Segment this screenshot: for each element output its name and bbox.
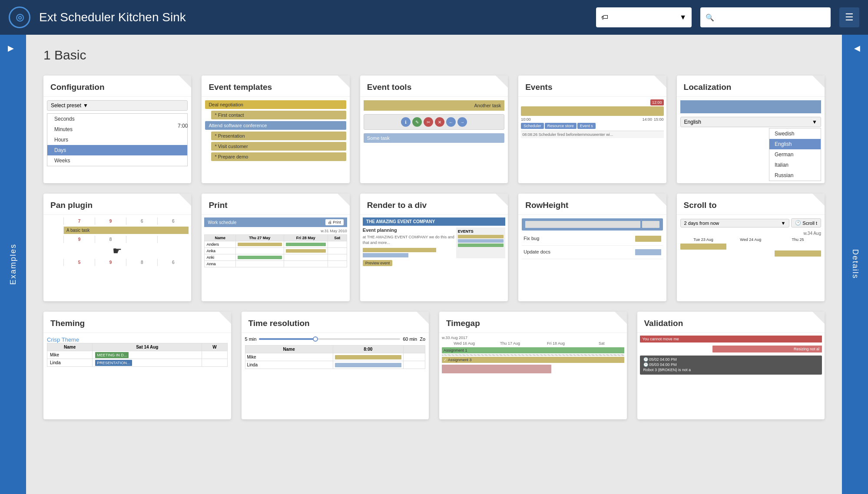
print-name-anders: Anders [205, 241, 236, 248]
card-fold [812, 76, 825, 88]
events-tab-event-s[interactable]: Event s [577, 123, 596, 129]
event-templates-card: Event templates Deal negotiation * First… [202, 76, 349, 183]
scroll-to-card-title: Scroll to [677, 194, 825, 214]
config-menu-days[interactable]: Days [47, 145, 187, 155]
scroll-days-dropdown[interactable]: 2 days from now ▼ [680, 219, 790, 227]
pan-num-9b: 9 [64, 236, 95, 243]
events-tab-resource[interactable]: Resource store [545, 123, 576, 129]
edit-icon[interactable]: ✎ [412, 117, 422, 127]
table-row: Mike MEETING IN D... [47, 351, 228, 359]
config-preset-dropdown[interactable]: Select preset ▼ [47, 100, 188, 111]
rowheight-row-1: Fix bug [522, 232, 663, 246]
section-title: 1 Basic [43, 48, 825, 63]
time-resolution-slider[interactable] [259, 338, 400, 340]
localization-lang-dropdown[interactable]: English ▼ [680, 117, 821, 127]
card-fold [812, 194, 825, 206]
app-title: Ext Scheduler Kitchen Sink [39, 10, 587, 24]
pan-num-9c: 9 [95, 259, 126, 266]
config-dropdown-arrow: ▼ [83, 102, 88, 109]
print-anka-bar [286, 249, 326, 253]
print-name-anka: Anka [205, 248, 236, 254]
arrow-left-icon[interactable]: ← [446, 117, 456, 127]
pan-num-6c: 6 [158, 259, 189, 266]
valid-tooltip-line-1: 🕐 05/02 04:00 PM [643, 357, 819, 362]
config-menu-hours[interactable]: Hours [47, 135, 187, 145]
event-templates-card-title: Event templates [202, 76, 349, 96]
tag-filter-dropdown[interactable]: 🏷 ▼ [596, 7, 692, 27]
card-fold [219, 312, 231, 324]
header: ◎ Ext Scheduler Kitchen Sink 🏷 ▼ 🔍 ☰ [0, 0, 868, 35]
render-preview-event-btn[interactable]: Preview event [363, 260, 393, 266]
render-event-bar-3 [458, 244, 504, 247]
events-card: Events 12:00 10:00 14:00 15:00 Scheduler… [518, 76, 666, 183]
scroll-controls: 2 days from now ▼ 🕐 Scroll t [680, 218, 821, 227]
theme-name-linda: Linda [47, 359, 93, 367]
render-event-bar-2 [458, 239, 504, 243]
search-input[interactable] [718, 13, 825, 21]
pan-num-6a: 6 [126, 217, 157, 225]
lang-english[interactable]: English [769, 139, 821, 149]
render-company-header: THE AMAZING EVENT COMPANY [363, 217, 505, 226]
time-resolution-card-preview: 5 min 60 min Zo Name 8:00 [242, 333, 429, 419]
render-to-div-card-preview: THE AMAZING EVENT COMPANY Event planning… [360, 214, 508, 301]
lang-german[interactable]: German [769, 149, 821, 160]
localization-card-title: Localization [677, 76, 825, 96]
events-time4: 15:00 [654, 117, 664, 122]
menu-button[interactable]: ☰ [839, 7, 859, 27]
print-button[interactable]: 🖨 Print [325, 219, 344, 225]
cards-row-1: Configuration Select preset ▼ Seconds Mi… [43, 76, 825, 183]
rowheight-label-update-docs: Update docs [523, 249, 631, 255]
config-menu-weeks[interactable]: Weeks [47, 155, 187, 166]
events-time3: 14:00 [643, 117, 653, 122]
config-dropdown-label: Select preset [51, 102, 81, 109]
timeres-bar-mike [335, 355, 401, 359]
another-task-bar: Another task [364, 100, 504, 111]
arrow-right-icon[interactable]: → [457, 117, 467, 127]
info-icon[interactable]: ℹ [401, 117, 411, 127]
print-card-preview: Work schedule 🖨 Print w.31 May 2010 Name… [202, 214, 349, 301]
scroll-now-button[interactable]: 🕐 Scroll t [791, 218, 821, 227]
scissors-icon[interactable]: ✂ [424, 117, 433, 127]
card-fold [496, 76, 508, 88]
delete-icon[interactable]: ✕ [435, 117, 444, 127]
rowheight-bar-fix-bug [635, 236, 661, 242]
left-sidebar[interactable]: ▶ Examples [0, 35, 26, 494]
lang-swedish[interactable]: Swedish [769, 128, 821, 139]
config-menu-seconds[interactable]: Seconds [47, 114, 187, 124]
lang-italian[interactable]: Italian [769, 160, 821, 170]
lang-russian[interactable]: Russian [769, 170, 821, 181]
rowheight-card-preview: Fix bug Update docs [518, 214, 666, 301]
print-col-sat: Sat [328, 235, 347, 241]
card-fold [496, 194, 508, 206]
card-fold [615, 312, 627, 324]
events-log: 08:08:26 Scheduler fired beforeitemmouse… [521, 131, 663, 138]
event-tools-card-preview: Another task ℹ ✎ ✂ ✕ ← → Some task [360, 96, 508, 183]
event-bar-visit: * Visit customer [211, 142, 346, 151]
table-row: Linda [245, 361, 425, 369]
config-time-label: 7:00 [178, 123, 188, 129]
scroll-dropdown-arrow: ▼ [781, 221, 785, 226]
pan-plugin-card-title: Pan plugin [43, 194, 191, 214]
scroll-event-bar-1 [680, 244, 727, 250]
timegap-date-wed: Wed 16 Aug [442, 341, 487, 346]
configuration-card: Configuration Select preset ▼ Seconds Mi… [43, 76, 191, 183]
card-fold [654, 76, 666, 88]
valid-bar-cannot-move: You cannot move me [640, 336, 822, 343]
timegap-assignment-2 [442, 354, 624, 356]
timegap-card: Timegap w.33 Aug 2017 Wed 16 Aug Thu 17 … [439, 312, 627, 419]
timeres-bar-linda [335, 363, 401, 367]
timeres-max-label: 60 min [403, 336, 417, 342]
pan-num-8a: 8 [95, 236, 126, 243]
print-work-schedule-label: Work schedule [208, 220, 236, 225]
events-tabs: Scheduler Resource store Event s [521, 123, 663, 129]
config-menu-minutes[interactable]: Minutes [47, 124, 187, 135]
events-tab-scheduler[interactable]: Scheduler [521, 123, 544, 129]
crisp-theme-link[interactable]: Crisp Theme [47, 336, 79, 343]
right-sidebar[interactable]: ◀ Details [842, 35, 868, 494]
validation-card-title: Validation [637, 312, 825, 333]
events-time1: 12:00 [650, 99, 664, 105]
scroll-dates-row: Tue 23 Aug Wed 24 Aug Thu 25 [680, 237, 821, 242]
timeres-min-label: 5 min [245, 336, 257, 342]
localization-dropdown-container: English ▼ Swedish English German Italian… [680, 117, 821, 127]
configuration-card-title: Configuration [43, 76, 191, 96]
